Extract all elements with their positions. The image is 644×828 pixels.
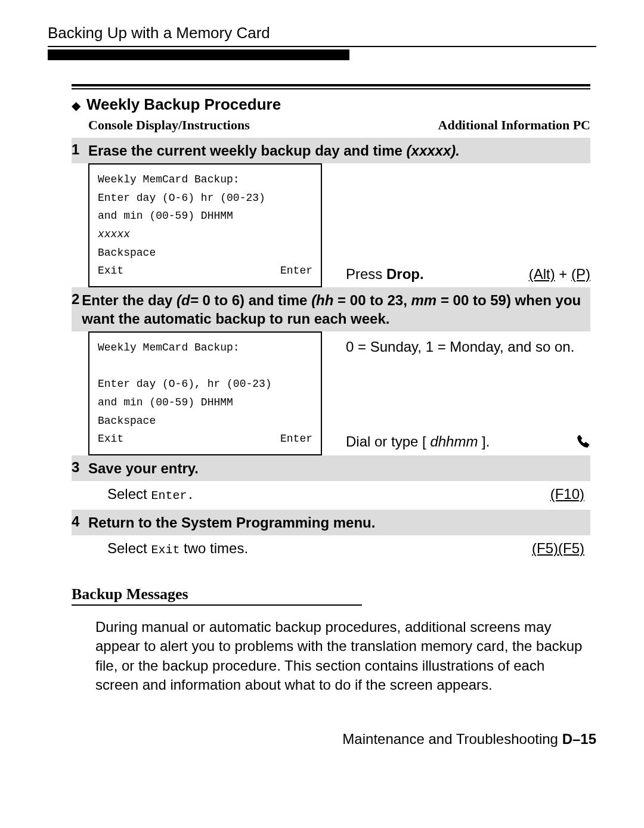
diamond-icon: ◆ [72, 100, 80, 111]
step-2-desc: 0 = Sunday, 1 = Monday, and so on. [346, 337, 590, 356]
s2b: (d= [177, 292, 202, 308]
step-3-select: Select [107, 486, 151, 502]
step-1-text-a: Erase the current weekly backup day and … [88, 142, 407, 159]
step-1-console-exit: Exit [98, 262, 123, 280]
step-4-twotimes: two times. [179, 540, 248, 556]
step-1-console-l3: and min (00-59) DHHMM [98, 207, 312, 225]
title-underline [48, 46, 596, 47]
step-1-console: Weekly MemCard Backup: Enter day (O-6) h… [88, 163, 322, 287]
step-4-f5f5: (F5)(F5) [532, 540, 584, 557]
s2da: Dial or type [ [346, 433, 430, 449]
step-2-body: Weekly MemCard Backup: Enter day (O-6), … [88, 331, 590, 455]
backup-messages-heading: Backup Messages [72, 585, 590, 603]
phone-icon [575, 433, 590, 451]
step-4-select: Select [107, 540, 151, 556]
step-3-f10: (F10) [550, 486, 584, 503]
step-4-num: 4 [72, 513, 88, 532]
procedure-title: Weekly Backup Procedure [86, 95, 281, 114]
subhead-console: Console Display/Instructions [88, 117, 250, 133]
step-3-enter: Enter. [151, 489, 194, 503]
step-1-text-b: (xxxxx). [407, 142, 460, 159]
footer-page-num: D–15 [562, 731, 596, 747]
step-1-console-l4: xxxxx [98, 225, 312, 244]
s2a: Enter the day [82, 292, 177, 308]
step-2-console-enter: Enter [280, 430, 312, 448]
step-3-header: 3 Save your entry. [72, 455, 590, 481]
s2dc: ]. [478, 433, 490, 449]
step-2-console-exit: Exit [98, 430, 123, 448]
step-4-left: Select Exit two times. [107, 540, 248, 557]
step-2-console: Weekly MemCard Backup: Enter day (O-6), … [88, 331, 322, 455]
step-3-body: Select Enter. (F10) [107, 481, 590, 510]
procedure-rule-thin [72, 88, 590, 89]
step-4-body: Select Exit two times. (F5)(F5) [107, 535, 590, 564]
footer-text-a: Maintenance and Troubleshooting [342, 731, 562, 747]
step-1-plus: + [555, 266, 571, 282]
step-1-press: Press [346, 266, 386, 282]
step-1-p: (P) [571, 266, 590, 282]
step-2-console-l2: Enter day (O-6), hr (00-23) [98, 375, 312, 393]
page-footer: Maintenance and Troubleshooting D–15 [48, 731, 596, 748]
step-4-text: Return to the System Programming menu. [88, 513, 375, 532]
step-1-shortcut: (Alt) + (P) [529, 266, 590, 283]
step-3-left: Select Enter. [107, 486, 194, 503]
step-3-text: Save your entry. [88, 459, 199, 477]
step-1-console-backspace: Backspace [98, 244, 312, 262]
s2db: dhhmm [430, 433, 478, 449]
step-2-console-backspace: Backspace [98, 412, 312, 430]
step-1-console-l1: Weekly MemCard Backup: [98, 170, 312, 189]
s2f: mm [411, 292, 441, 308]
step-1-num: 1 [72, 141, 88, 160]
step-3-num: 3 [72, 459, 88, 477]
subhead-additional: Additional Information PC [438, 117, 590, 133]
step-1-header: 1 Erase the current weekly backup day an… [72, 138, 590, 163]
s2e: = 00 to 23, [338, 292, 411, 308]
step-1-console-l2: Enter day (O-6) hr (00-23) [98, 189, 312, 207]
step-2-dial: Dial or type [ dhhmm ]. [346, 433, 490, 450]
step-2-num: 2 [72, 291, 82, 328]
title-thickbar [48, 49, 349, 60]
backup-messages-para: During manual or automatic backup proced… [95, 618, 590, 695]
step-1-console-enter: Enter [280, 262, 312, 280]
procedure-rule-top [72, 84, 590, 86]
step-2-console-l1: Weekly MemCard Backup: [98, 339, 312, 357]
step-2-header: 2 Enter the day (d= 0 to 6) and time (hh… [72, 287, 590, 331]
step-1-drop: Drop. [386, 266, 424, 282]
step-2-text: Enter the day (d= 0 to 6) and time (hh =… [82, 291, 584, 328]
step-2-console-l3: and min (00-59) DHHMM [98, 393, 312, 412]
step-4-exit: Exit [151, 543, 179, 557]
s2c: 0 to 6) and time [202, 292, 311, 308]
step-1-alt: (Alt) [529, 266, 555, 282]
step-1-text: Erase the current weekly backup day and … [88, 141, 460, 160]
backup-messages-underline [72, 604, 362, 606]
step-4-header: 4 Return to the System Programming menu. [72, 510, 590, 535]
step-1-press-drop: Press Drop. [346, 266, 424, 283]
s2d: (hh [311, 292, 338, 308]
step-1-body: Weekly MemCard Backup: Enter day (O-6) h… [88, 163, 590, 287]
section-title: Backing Up with a Memory Card [48, 24, 596, 42]
